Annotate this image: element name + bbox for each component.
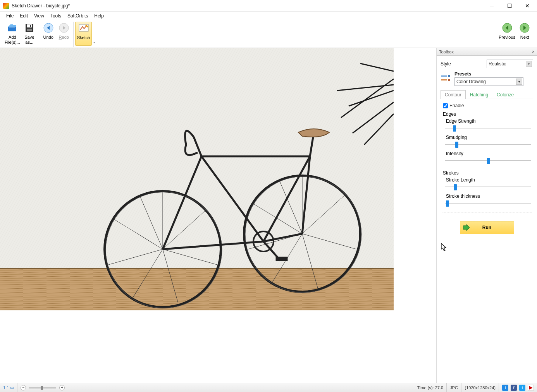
maximize-button[interactable]: ☐	[501, 0, 518, 12]
presets-value: Color Drawing	[456, 79, 486, 84]
style-select[interactable]: Realistic ▾	[487, 60, 533, 68]
zoom-in-button[interactable]: +	[59, 385, 65, 390]
redo-label: Redo	[59, 35, 69, 40]
svg-rect-61	[448, 79, 450, 81]
svg-rect-60	[441, 79, 447, 80]
sketch-dropdown[interactable]: ▾	[92, 22, 96, 46]
run-button[interactable]: Run	[460, 221, 514, 234]
app-icon	[3, 3, 9, 9]
smudging-label: Smudging	[446, 135, 531, 140]
svg-rect-0	[8, 27, 16, 31]
intensity-slider[interactable]	[445, 156, 531, 165]
enable-checkbox[interactable]: Enable	[443, 103, 531, 108]
toolbox-title: Toolbox	[439, 50, 454, 54]
add-files-button[interactable]: Add File(s)...	[3, 22, 22, 46]
status-dimensions: (1920x1280x24)	[461, 383, 499, 392]
undo-label: Undo	[43, 35, 53, 40]
contour-panel: Enable Edges Edge Strength Smudging Inte…	[441, 99, 533, 207]
undo-button[interactable]: Undo	[41, 22, 56, 46]
stroke-thickness-label: Stroke thickness	[446, 193, 531, 199]
zoom-ratio[interactable]: 1:1 ▭	[0, 383, 17, 392]
status-time: Time (s): 27.0	[414, 383, 447, 392]
dropdown-arrow-icon: ▾	[516, 79, 522, 85]
previous-button[interactable]: Previous	[497, 22, 517, 46]
save-icon	[24, 22, 35, 33]
facebook-icon[interactable]: f	[511, 385, 517, 391]
toolbox-sidebar: Toolbox × Style Realistic ▾ Presets Colo…	[436, 48, 537, 383]
menu-file[interactable]: File	[3, 12, 17, 19]
zoom-slider[interactable]	[29, 387, 56, 389]
menu-view[interactable]: View	[31, 12, 47, 19]
sketch-label: Sketch	[77, 35, 90, 40]
image-canvas	[0, 48, 394, 310]
smudging-slider[interactable]	[445, 140, 531, 149]
sketch-icon	[78, 23, 89, 34]
menu-bar: File Edit View Tools SoftOrbits Help	[0, 12, 537, 20]
presets-label: Presets	[454, 71, 533, 77]
intensity-label: Intensity	[446, 151, 531, 156]
next-button[interactable]: Next	[517, 22, 532, 46]
enable-checkbox-input[interactable]	[443, 103, 448, 108]
main-area: Toolbox × Style Realistic ▾ Presets Colo…	[0, 48, 537, 383]
save-as-label: Save as...	[24, 35, 34, 45]
social-links: i f t ▶	[499, 385, 537, 391]
svg-rect-17	[0, 48, 394, 269]
run-label: Run	[482, 225, 491, 230]
svg-rect-4	[27, 24, 32, 27]
undo-icon	[43, 22, 54, 33]
sketch-button[interactable]: Sketch	[75, 22, 92, 46]
status-format: JPG	[447, 383, 461, 392]
close-button[interactable]: ✕	[518, 0, 536, 12]
redo-button[interactable]: Redo	[56, 22, 72, 46]
window-title: Sketch Drawer - bicycle.jpg*	[12, 3, 483, 9]
title-bar: Sketch Drawer - bicycle.jpg* ─ ☐ ✕	[0, 0, 537, 12]
style-value: Realistic	[489, 61, 506, 67]
previous-label: Previous	[499, 35, 515, 40]
youtube-icon[interactable]: ▶	[528, 385, 534, 391]
style-label: Style	[441, 61, 451, 67]
tab-colorize[interactable]: Colorize	[492, 90, 518, 99]
edge-strength-slider[interactable]	[445, 124, 531, 132]
stroke-length-slider[interactable]	[445, 183, 531, 191]
toolbox-tabs: Contour Hatching Colorize	[441, 90, 533, 99]
twitter-icon[interactable]: t	[519, 385, 525, 391]
fit-screen-icon[interactable]: ▭	[10, 385, 14, 390]
presets-icon	[441, 73, 451, 84]
zoom-out-button[interactable]: −	[21, 385, 26, 390]
svg-rect-59	[448, 75, 450, 77]
divider	[442, 212, 532, 212]
menu-softorbits[interactable]: SoftOrbits	[64, 12, 91, 19]
next-icon	[519, 22, 530, 33]
svg-rect-5	[27, 29, 32, 31]
svg-rect-57	[276, 257, 287, 261]
next-label: Next	[520, 35, 529, 40]
stroke-length-label: Stroke Length	[446, 177, 531, 183]
zoom-control[interactable]: − +	[17, 383, 68, 392]
presets-select[interactable]: Color Drawing ▾	[454, 77, 523, 86]
tab-contour[interactable]: Contour	[441, 90, 466, 99]
menu-tools[interactable]: Tools	[47, 12, 64, 19]
cursor-icon	[441, 243, 448, 253]
tab-hatching[interactable]: Hatching	[466, 90, 492, 99]
redo-icon	[59, 22, 69, 33]
minimize-button[interactable]: ─	[483, 0, 501, 12]
save-as-button[interactable]: Save as...	[22, 22, 37, 46]
svg-rect-2	[9, 27, 15, 28]
run-arrow-icon	[463, 224, 470, 231]
info-icon[interactable]: i	[502, 385, 508, 391]
strokes-group-title: Strokes	[443, 170, 531, 176]
menu-edit[interactable]: Edit	[17, 12, 31, 19]
svg-rect-6	[30, 25, 31, 27]
stroke-thickness-slider[interactable]	[445, 199, 531, 207]
toolbox-close-icon[interactable]: ×	[532, 49, 535, 55]
edges-group-title: Edges	[443, 111, 531, 117]
enable-label: Enable	[449, 103, 464, 108]
svg-rect-58	[441, 75, 447, 77]
dropdown-arrow-icon: ▾	[526, 61, 532, 67]
add-files-icon	[7, 22, 18, 33]
toolbox-header: Toolbox ×	[437, 48, 537, 56]
toolbar: Add File(s)... Save as... Undo Redo	[0, 20, 537, 48]
menu-help[interactable]: Help	[91, 12, 107, 19]
canvas-area[interactable]	[0, 48, 436, 383]
svg-marker-1	[8, 24, 16, 27]
